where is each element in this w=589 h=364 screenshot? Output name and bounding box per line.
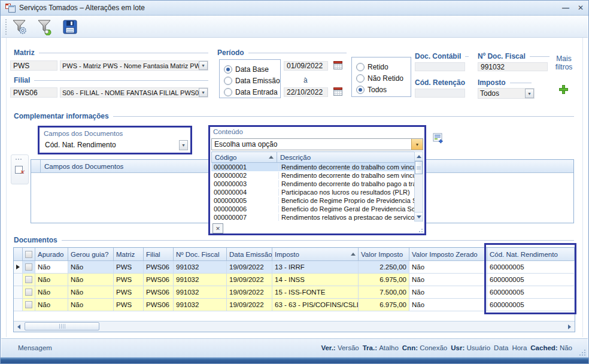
conteudo-list-row[interactable]: 000000006Beneficio do Regime Geral de Pr…	[211, 205, 415, 213]
grid-cell[interactable]: 600000005	[487, 286, 575, 299]
grid-cell[interactable]: 19/09/2022	[227, 274, 272, 286]
close-button[interactable]: ✕	[578, 4, 584, 11]
row-checkbox[interactable]	[25, 263, 32, 271]
conteudo-list-row[interactable]: 000000007Rendimentos relativos a prestac…	[211, 213, 415, 222]
grid-cell[interactable]: 991032	[174, 299, 227, 311]
grid-cell[interactable]: Não	[35, 286, 68, 299]
scroll-thumb[interactable]	[415, 161, 423, 174]
column-header-matriz[interactable]: Matriz	[114, 248, 144, 261]
grid-cell[interactable]: Não	[68, 274, 114, 286]
select-all-checkbox[interactable]	[25, 251, 32, 258]
descricao-column-header[interactable]: Descrição	[277, 151, 415, 163]
add-row-icon[interactable]	[433, 133, 444, 144]
scroll-right-button[interactable]	[565, 322, 574, 331]
column-header-valor-imposto-zerado[interactable]: Valor Imposto Zerado	[409, 248, 487, 261]
scroll-up-button[interactable]	[415, 152, 423, 161]
codigo-column-header[interactable]: Código	[211, 151, 277, 163]
grid-cell[interactable]: Não	[68, 286, 114, 299]
column-header-c-d-nat-rendimento[interactable]: Cód. Nat. Rendimento	[487, 248, 575, 261]
filter-settings-button[interactable]	[10, 17, 30, 36]
column-header-n-doc-fiscal[interactable]: Nº Doc. Fiscal	[174, 248, 227, 261]
num-doc-fiscal-field[interactable]: 991032	[478, 62, 548, 71]
date-from-field[interactable]: 01/09/2022	[284, 61, 328, 71]
grid-cell[interactable]: 991032	[174, 274, 227, 286]
filter-apply-button[interactable]	[35, 17, 55, 36]
matriz-combo[interactable]: PWS - Matriz PWS - Nome Fantasia Matriz …	[60, 60, 208, 71]
column-header-imposto[interactable]: Imposto	[272, 248, 359, 261]
grid-cell[interactable]: 6.975,00	[359, 274, 409, 286]
column-header-filial[interactable]: Filial	[144, 248, 174, 261]
conteudo-list-row[interactable]: 000000005Beneficio de Regime Proprio de …	[211, 196, 415, 205]
mais-filtros-add-icon[interactable]	[559, 85, 568, 94]
row-checkbox[interactable]	[25, 276, 32, 283]
grid-cell[interactable]: PWS	[114, 274, 144, 286]
grid-cell[interactable]: PWS06	[144, 261, 174, 274]
radio-option[interactable]: Não Retido	[356, 72, 411, 84]
row-checkbox-cell[interactable]	[23, 261, 35, 274]
grid-cell[interactable]: 6.975,00	[359, 299, 409, 311]
checkbox-column-header[interactable]	[23, 248, 35, 261]
grid-cell[interactable]: Não	[409, 274, 487, 286]
clear-selection-button[interactable]: ✕	[212, 223, 223, 233]
row-indicator[interactable]	[14, 299, 23, 311]
delete-row-icon[interactable]: ✕	[15, 165, 25, 175]
campo-combo-value[interactable]: Cód. Nat. Rendimento	[45, 141, 116, 149]
title-bar[interactable]: Serviços Tomados – Alterações em lote — …	[1, 1, 588, 16]
conteudo-list-row[interactable]: 000000001Rendimento decorrente do trabal…	[211, 163, 415, 171]
grid-cell[interactable]: 600000005	[487, 274, 575, 286]
popup-resize-grip[interactable]	[417, 226, 423, 232]
grid-cell[interactable]: Não	[35, 299, 68, 311]
table-row[interactable]: NãoNãoPWSPWS0699103219/09/202215 - ISS-F…	[14, 286, 575, 299]
row-checkbox-cell[interactable]	[23, 286, 35, 299]
row-checkbox-cell[interactable]	[23, 299, 35, 311]
grid-cell[interactable]: Não	[35, 261, 68, 274]
column-header-gerou-guia-[interactable]: Gerou guia?	[68, 248, 114, 261]
radio-option[interactable]: Data Base	[224, 63, 280, 75]
table-row[interactable]: NãoNãoPWSPWS0699103219/09/202214 - INSS6…	[14, 274, 575, 286]
dropdown-arrow-icon[interactable]: ▼	[411, 139, 423, 150]
grid-cell[interactable]: PWS	[114, 299, 144, 311]
calendar-icon[interactable]	[333, 61, 342, 69]
date-to-field[interactable]: 22/10/2022	[284, 87, 328, 97]
scroll-down-button[interactable]	[415, 212, 423, 221]
cod-retencao-field[interactable]	[415, 89, 465, 98]
table-row[interactable]: NãoNãoPWSPWS0699103219/09/202263 - 63 - …	[14, 299, 575, 311]
radio-option[interactable]: Retido	[356, 61, 411, 72]
toolbar-grip[interactable]	[5, 19, 7, 20]
scroll-left-button[interactable]	[14, 322, 23, 331]
grid-cell[interactable]: Não	[35, 274, 68, 286]
column-header-apurado[interactable]: Apurado	[35, 248, 68, 261]
grid-cell[interactable]: 991032	[174, 286, 227, 299]
grid-cell[interactable]: 63 - 63 - PIS/COFINS/CSLL	[272, 299, 359, 311]
indicator-column-header[interactable]	[14, 248, 23, 261]
dropdown-arrow-icon[interactable]: ▼	[179, 140, 188, 150]
grid-cell[interactable]: 991032	[174, 261, 227, 274]
conteudo-list-row[interactable]: 000000002Rendimento decorrente do trabal…	[211, 171, 415, 180]
grid-cell[interactable]: PWS	[114, 286, 144, 299]
minimize-button[interactable]: —	[562, 4, 569, 11]
grid-cell[interactable]: 19/09/2022	[227, 286, 272, 299]
conteudo-combo[interactable]: Escolha uma opção ▼	[211, 138, 423, 150]
radio-option[interactable]: Todos	[356, 84, 411, 95]
radio-option[interactable]: Data Emissão	[224, 75, 280, 86]
column-header-valor-imposto[interactable]: Valor Imposto	[359, 248, 409, 261]
row-indicator[interactable]	[14, 274, 23, 286]
grid-cell[interactable]: Não	[409, 299, 487, 311]
row-checkbox-cell[interactable]	[23, 274, 35, 286]
window-resize-grip[interactable]	[579, 350, 585, 356]
save-button[interactable]	[60, 17, 80, 36]
grid-cell[interactable]: 14 - INSS	[272, 274, 359, 286]
grid-cell[interactable]: 600000005	[487, 261, 575, 274]
table-row[interactable]: NãoNãoPWSPWS0699103219/09/202213 - IRRF2…	[14, 261, 575, 274]
vertical-scrollbar[interactable]	[414, 151, 423, 222]
horizontal-scrollbar[interactable]	[14, 321, 575, 332]
radio-option[interactable]: Data Entrada	[224, 86, 280, 98]
column-header-data-emiss-o[interactable]: Data Emissão	[227, 248, 272, 261]
doc-contabil-field[interactable]	[415, 62, 465, 71]
matriz-code-field[interactable]: PWS	[10, 60, 57, 71]
mini-toolbar-grip[interactable]	[16, 159, 17, 160]
grid-cell[interactable]: 19/09/2022	[227, 299, 272, 311]
dropdown-arrow-icon[interactable]: ▼	[199, 88, 208, 97]
grid-cell[interactable]: 15 - ISS-FONTE	[272, 286, 359, 299]
filial-code-field[interactable]: PWS06	[10, 87, 57, 98]
